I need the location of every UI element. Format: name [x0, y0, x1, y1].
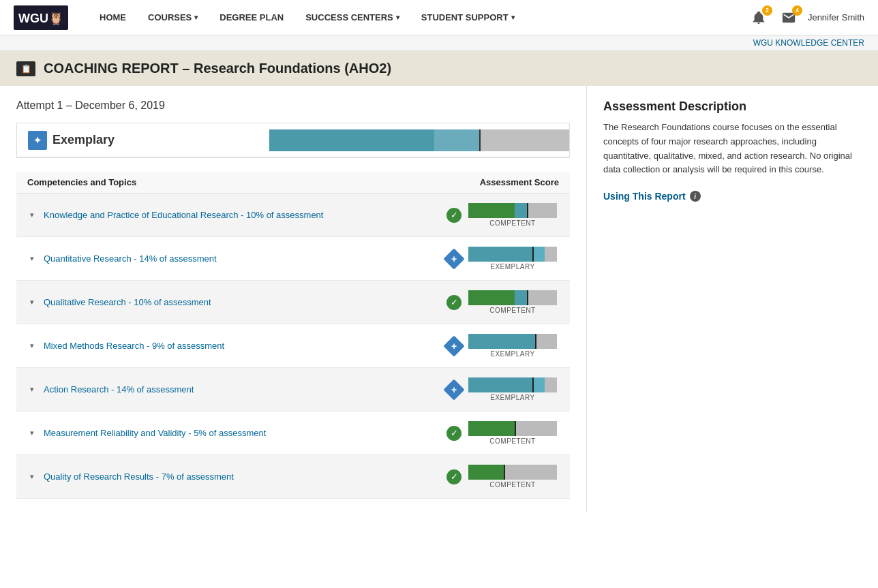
competent-icon: ✓ [446, 208, 461, 223]
navbar: WGU 🦉 HOME COURSES ▾ DEGREE PLAN SUCCESS… [0, 0, 878, 35]
score-label: COMPETENT [468, 219, 557, 227]
right-panel: Assessment Description The Research Foun… [586, 86, 878, 512]
overall-label: Exemplary [17, 131, 269, 150]
nav-success-centers[interactable]: SUCCESS CENTERS ▾ [294, 0, 410, 35]
competency-right: EXEMPLARY [446, 247, 559, 270]
score-label: COMPETENT [468, 437, 557, 445]
chevron-down-icon[interactable]: ▾ [27, 472, 37, 482]
report-icon: 📋 [16, 61, 35, 76]
competency-right: ✓ COMPETENT [446, 465, 559, 489]
brand-logo[interactable]: WGU 🦉 [14, 5, 68, 30]
competency-name: Action Research - 14% of assessment [44, 384, 194, 394]
score-bar-container: COMPETENT [468, 421, 557, 445]
score-label: EXEMPLARY [468, 350, 557, 358]
using-report-link[interactable]: Using This Report i [603, 191, 862, 202]
score-bar-small [468, 290, 557, 305]
exemplary-icon [443, 379, 464, 400]
table-row: ▾ Qualitative Research - 10% of assessme… [16, 281, 570, 324]
score-bar-container: EXEMPLARY [468, 377, 557, 401]
info-icon: i [690, 191, 701, 202]
score-label: EXEMPLARY [468, 263, 557, 270]
svg-text:WGU: WGU [18, 12, 48, 25]
chevron-down-icon[interactable]: ▾ [27, 211, 37, 220]
col-header-score: Assessment Score [480, 177, 559, 187]
svg-text:🦉: 🦉 [48, 11, 64, 26]
score-bar-small [468, 247, 557, 262]
bar-divider [479, 129, 481, 151]
table-row: ▾ Measurement Reliability and Validity -… [16, 412, 570, 455]
competent-icon: ✓ [446, 426, 461, 441]
knowledge-center-link[interactable]: WGU KNOWLEDGE CENTER [753, 38, 864, 48]
score-bar-small [468, 377, 557, 392]
nav-degree-plan[interactable]: DEGREE PLAN [209, 0, 294, 35]
score-label: COMPETENT [468, 481, 557, 489]
exemplary-icon [443, 335, 464, 356]
table-row: ▾ Mixed Methods Research - 9% of assessm… [16, 324, 570, 368]
success-centers-caret: ▾ [396, 14, 399, 21]
nav-student-support[interactable]: STUDENT SUPPORT ▾ [410, 0, 526, 35]
chevron-down-icon[interactable]: ▾ [27, 341, 37, 351]
page-title: COACHING REPORT – Research Foundations (… [44, 61, 391, 76]
score-bar-small [468, 334, 557, 349]
bar-medium-fill [434, 129, 479, 151]
assessment-desc-title: Assessment Description [603, 99, 862, 114]
competency-left: ▾ Qualitative Research - 10% of assessme… [27, 297, 211, 307]
score-bar-container: EXEMPLARY [468, 247, 557, 270]
table-row: ▾ Quality of Research Results - 7% of as… [16, 455, 570, 499]
col-header-competencies: Competencies and Topics [27, 177, 136, 187]
score-bar-small [468, 203, 557, 218]
chevron-down-icon[interactable]: ▾ [27, 298, 37, 307]
competency-list: ▾ Knowledge and Practice of Educational … [16, 194, 570, 499]
student-support-caret: ▾ [511, 14, 515, 21]
bar-teal-fill [269, 129, 434, 151]
score-label: COMPETENT [468, 307, 557, 314]
page-header: 📋 COACHING REPORT – Research Foundations… [0, 51, 878, 86]
competent-icon: ✓ [446, 295, 461, 310]
notification-badge: 2 [762, 5, 772, 16]
score-bar-container: COMPETENT [468, 203, 557, 227]
competency-right: EXEMPLARY [446, 377, 559, 401]
table-row: ▾ Action Research - 14% of assessment EX… [16, 368, 570, 412]
overall-score-label: Exemplary [52, 133, 115, 147]
notifications-button[interactable]: 2 [748, 7, 770, 29]
competency-left: ▾ Measurement Reliability and Validity -… [27, 428, 266, 438]
competency-left: ▾ Knowledge and Practice of Educational … [27, 210, 323, 220]
nav-right: 2 4 Jennifer Smith [748, 7, 864, 29]
chevron-down-icon[interactable]: ▾ [27, 254, 37, 264]
competency-right: ✓ COMPETENT [446, 421, 559, 445]
message-badge: 4 [792, 5, 802, 16]
competency-name: Quantitative Research - 14% of assessmen… [44, 253, 217, 264]
using-report-label: Using This Report [603, 191, 686, 202]
main-content: Attempt 1 – December 6, 2019 Exemplary [0, 86, 878, 512]
score-bar-small [468, 465, 557, 480]
exemplary-icon [443, 248, 464, 269]
nav-courses[interactable]: COURSES ▾ [137, 0, 209, 35]
competency-right: EXEMPLARY [446, 334, 559, 358]
competency-right: ✓ COMPETENT [446, 203, 559, 227]
nav-links: HOME COURSES ▾ DEGREE PLAN SUCCESS CENTE… [89, 0, 748, 35]
competent-icon: ✓ [446, 469, 461, 484]
bar-light-fill [479, 129, 569, 151]
assessment-desc-text: The Research Foundations course focuses … [603, 121, 862, 177]
competency-name: Qualitative Research - 10% of assessment [44, 297, 211, 307]
left-panel: Attempt 1 – December 6, 2019 Exemplary [0, 86, 586, 512]
score-bar-container: EXEMPLARY [468, 334, 557, 358]
competency-left: ▾ Action Research - 14% of assessment [27, 384, 194, 394]
chevron-down-icon[interactable]: ▾ [27, 385, 37, 394]
chevron-down-icon[interactable]: ▾ [27, 429, 37, 438]
messages-button[interactable]: 4 [778, 7, 800, 29]
competency-left: ▾ Quantitative Research - 14% of assessm… [27, 253, 217, 264]
overall-bar-row: Exemplary [17, 123, 569, 157]
table-row: ▾ Knowledge and Practice of Educational … [16, 194, 570, 237]
competency-name: Knowledge and Practice of Educational Re… [44, 210, 323, 220]
user-name: Jennifer Smith [808, 12, 864, 22]
table-header: Competencies and Topics Assessment Score [16, 172, 570, 194]
nav-home[interactable]: HOME [89, 0, 137, 35]
score-label: EXEMPLARY [468, 394, 557, 401]
attempt-header: Attempt 1 – December 6, 2019 [16, 99, 570, 112]
overall-score-container: Exemplary [16, 123, 570, 158]
competency-name: Quality of Research Results - 7% of asse… [44, 471, 234, 482]
wgu-logo: WGU 🦉 [14, 5, 68, 30]
competency-left: ▾ Quality of Research Results - 7% of as… [27, 471, 234, 482]
score-bar-container: COMPETENT [468, 290, 557, 314]
